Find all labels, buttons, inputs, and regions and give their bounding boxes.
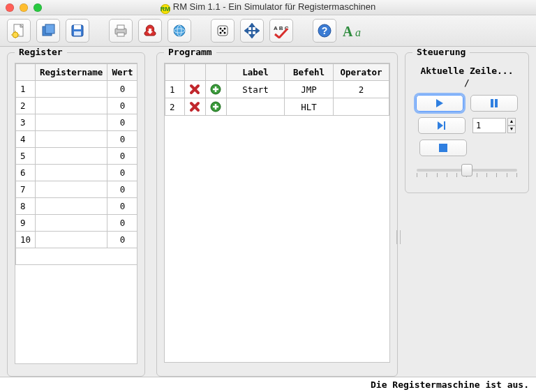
add-row-icon[interactable]: [210, 101, 222, 112]
register-row[interactable]: 70: [16, 181, 137, 198]
font-button[interactable]: Aa: [342, 19, 370, 43]
svg-text:?: ?: [322, 25, 328, 36]
svg-marker-26: [250, 24, 254, 27]
svg-text:a: a: [355, 27, 361, 38]
programm-legend: Programm: [164, 47, 216, 57]
register-row[interactable]: 90: [16, 215, 137, 232]
register-row[interactable]: 80: [16, 198, 137, 215]
stop-button[interactable]: [419, 140, 467, 156]
svg-text:A: A: [343, 24, 353, 39]
svg-rect-11: [74, 31, 81, 36]
web-button[interactable]: [168, 19, 191, 43]
svg-marker-48: [438, 121, 443, 130]
help-button[interactable]: ?: [313, 19, 336, 43]
programm-row[interactable]: 1 StartJMP2: [165, 81, 389, 98]
current-line-value: /: [412, 77, 521, 88]
register-row[interactable]: 40: [16, 131, 137, 148]
svg-rect-10: [74, 25, 81, 29]
register-row[interactable]: 10: [16, 81, 137, 98]
svg-marker-28: [245, 29, 248, 33]
current-line-label: Aktuelle Zeile...: [412, 66, 521, 76]
svg-marker-29: [256, 29, 259, 33]
statusbar: Die Registermaschine ist aus.: [0, 377, 536, 392]
pause-button[interactable]: [470, 95, 518, 112]
svg-rect-13: [117, 25, 124, 29]
svg-point-22: [220, 32, 222, 34]
step-count-input[interactable]: [472, 118, 506, 133]
add-row-icon[interactable]: [210, 84, 222, 95]
svg-marker-27: [250, 35, 254, 38]
svg-point-23: [224, 32, 226, 34]
programm-table[interactable]: Label Befehl Operator 1 StartJMP22 HLT: [165, 63, 389, 116]
programm-panel: Programm Label Befehl Operator 1 StartJM…: [156, 52, 398, 377]
register-row[interactable]: 100: [16, 232, 137, 248]
speed-slider[interactable]: [412, 162, 521, 183]
step-down[interactable]: ▼: [507, 126, 516, 133]
status-text: Die Registermaschine ist aus.: [371, 379, 529, 390]
steuerung-legend: Steuerung: [412, 47, 470, 57]
play-button[interactable]: [416, 95, 463, 112]
window-minimize[interactable]: [20, 3, 28, 12]
svg-rect-47: [495, 99, 498, 107]
svg-rect-46: [491, 99, 493, 107]
svg-point-15: [174, 25, 185, 36]
spellcheck-button[interactable]: A B C: [269, 19, 293, 43]
pdf-button[interactable]: [138, 19, 162, 43]
register-row[interactable]: 60: [16, 165, 137, 181]
save-button[interactable]: [66, 19, 89, 43]
dice-button[interactable]: [211, 19, 234, 43]
svg-marker-45: [436, 99, 443, 107]
open-button[interactable]: [36, 19, 60, 43]
new-button[interactable]: [7, 19, 31, 43]
svg-point-19: [220, 28, 222, 30]
svg-rect-50: [439, 144, 447, 152]
print-button[interactable]: [109, 19, 133, 43]
app-icon: RM: [161, 4, 170, 14]
steuerung-panel: Steuerung Aktuelle Zeile... / ▲ ▼: [405, 52, 529, 193]
toolbar: A B C ? Aa: [0, 15, 536, 47]
window-close[interactable]: [6, 3, 14, 12]
delete-row-icon[interactable]: [189, 84, 201, 95]
step-up[interactable]: ▲: [507, 118, 516, 126]
register-row[interactable]: 30: [16, 114, 137, 131]
svg-rect-49: [444, 121, 445, 130]
register-legend: Register: [15, 47, 67, 57]
register-table[interactable]: Registername Wert 102030405060708090100: [15, 63, 137, 265]
register-panel: Register Registername Wert 1020304050607…: [7, 52, 145, 377]
programm-row[interactable]: 2 HLT: [165, 98, 389, 116]
step-button[interactable]: [418, 117, 466, 134]
register-row[interactable]: 50: [16, 148, 137, 165]
splitter-handle[interactable]: [396, 230, 401, 244]
svg-point-20: [224, 28, 226, 30]
delete-row-icon[interactable]: [189, 101, 201, 112]
step-count-spinner[interactable]: ▲ ▼: [472, 118, 516, 133]
window-zoom[interactable]: [34, 3, 42, 12]
titlebar: RMRM Sim 1.1 - Ein Simulator für Registe…: [0, 0, 536, 15]
svg-point-2: [13, 32, 18, 38]
svg-rect-8: [45, 24, 54, 33]
svg-rect-14: [117, 33, 124, 36]
register-row[interactable]: 20: [16, 98, 137, 114]
move-button[interactable]: [240, 19, 264, 43]
svg-point-21: [222, 30, 224, 32]
window-title: RMRM Sim 1.1 - Ein Simulator für Registe…: [0, 1, 536, 14]
